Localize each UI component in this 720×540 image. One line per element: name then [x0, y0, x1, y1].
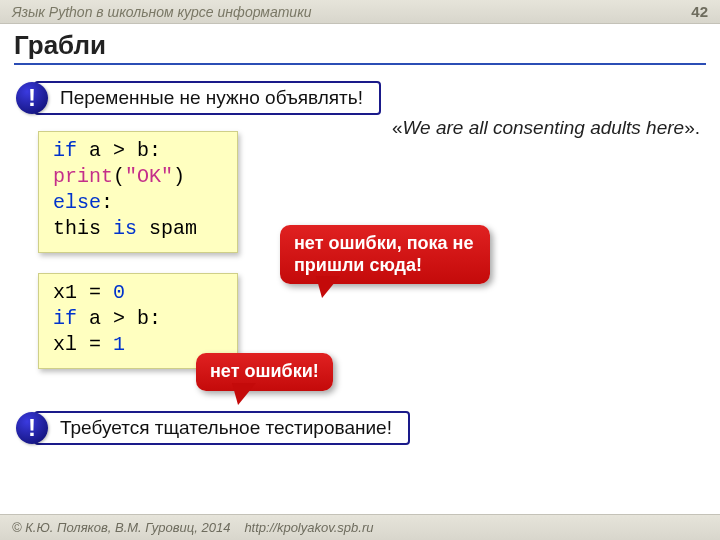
quote-body: We are all consenting adults here [402, 117, 684, 138]
course-name: Язык Python в школьном курсе информатики [12, 4, 312, 20]
bubble-tail-icon [312, 276, 340, 298]
exclamation-icon: ! [16, 82, 48, 114]
quote-open: « [392, 117, 403, 138]
consenting-adults-quote: «We are all consenting adults here». [392, 117, 700, 139]
bubble-tail-icon [228, 383, 256, 405]
title-block: Грабли [0, 24, 720, 65]
slide-title: Грабли [14, 30, 706, 61]
error-bubble-2: нет ошибки! [196, 353, 333, 391]
error-bubble-2-text: нет ошибки! [210, 361, 319, 381]
code-block-1: if a > b: print("OK") else: this is spam [38, 131, 238, 253]
page-number: 42 [691, 3, 708, 20]
callout-no-declare: ! Переменные не нужно объявлять! [16, 81, 704, 115]
exclamation-icon: ! [16, 412, 48, 444]
callout-text: Требуется тщательное тестирование! [34, 411, 410, 445]
callout-testing: ! Требуется тщательное тестирование! [16, 411, 704, 445]
error-bubble-1-text: нет ошибки, пока не пришли сюда! [294, 233, 474, 275]
quote-close: ». [684, 117, 700, 138]
error-bubble-1: нет ошибки, пока не пришли сюда! [280, 225, 490, 284]
slide-footer: © К.Ю. Поляков, В.М. Гуровиц, 2014 http:… [0, 514, 720, 540]
footer-copyright: © К.Ю. Поляков, В.М. Гуровиц, 2014 [12, 520, 230, 535]
slide-content: ! Переменные не нужно объявлять! «We are… [0, 65, 720, 445]
callout-text: Переменные не нужно объявлять! [34, 81, 381, 115]
footer-url: http://kpolyakov.spb.ru [244, 520, 373, 535]
slide-header: Язык Python в школьном курсе информатики… [0, 0, 720, 24]
